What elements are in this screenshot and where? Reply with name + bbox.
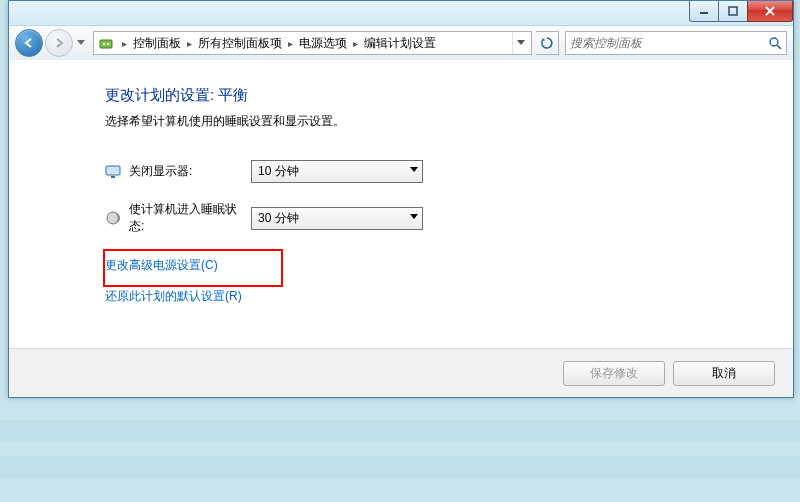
setting-label: 关闭显示器: (129, 163, 251, 180)
display-off-dropdown[interactable]: 10 分钟 (251, 160, 423, 183)
refresh-button[interactable] (536, 31, 559, 55)
svg-point-4 (107, 43, 109, 45)
svg-line-6 (777, 45, 781, 49)
svg-rect-2 (100, 40, 112, 48)
monitor-icon (105, 164, 121, 180)
cancel-button[interactable]: 取消 (673, 361, 775, 386)
breadcrumb-separator: ▸ (284, 38, 297, 49)
arrow-right-icon (53, 37, 65, 49)
control-panel-icon (98, 35, 114, 51)
breadcrumb-separator: ▸ (349, 38, 362, 49)
breadcrumb-item[interactable]: 所有控制面板项 (196, 35, 284, 52)
maximize-icon (728, 6, 738, 16)
svg-rect-1 (729, 7, 737, 15)
page-subtitle: 选择希望计算机使用的睡眠设置和显示设置。 (105, 113, 773, 130)
nav-history-dropdown[interactable] (75, 40, 87, 46)
chevron-down-icon (517, 40, 525, 46)
background-decor (0, 420, 800, 442)
setting-row-sleep: 使计算机进入睡眠状态: 30 分钟 (105, 201, 773, 235)
window-controls (690, 1, 793, 21)
setting-row-display-off: 关闭显示器: 10 分钟 (105, 160, 773, 183)
breadcrumb-separator: ▸ (183, 38, 196, 49)
dropdown-value: 30 分钟 (258, 210, 299, 227)
explorer-window: ▸ 控制面板 ▸ 所有控制面板项 ▸ 电源选项 ▸ 编辑计划设置 更改计划的设置… (8, 0, 794, 398)
svg-point-5 (770, 38, 778, 46)
close-button[interactable] (747, 1, 793, 22)
svg-point-3 (103, 43, 105, 45)
setting-label: 使计算机进入睡眠状态: (129, 201, 251, 235)
page-title: 更改计划的设置: 平衡 (105, 86, 773, 105)
moon-icon (105, 210, 121, 226)
search-input[interactable] (566, 36, 764, 50)
content-area: 更改计划的设置: 平衡 选择希望计算机使用的睡眠设置和显示设置。 关闭显示器: … (9, 60, 793, 397)
refresh-icon (540, 36, 554, 50)
save-button[interactable]: 保存修改 (563, 361, 665, 386)
breadcrumb[interactable]: ▸ 控制面板 ▸ 所有控制面板项 ▸ 电源选项 ▸ 编辑计划设置 (93, 31, 532, 55)
search-icon[interactable] (764, 36, 786, 50)
chevron-down-icon (77, 40, 85, 46)
links-block: 更改高级电源设置(C) 还原此计划的默认设置(R) (105, 257, 773, 305)
dropdown-value: 10 分钟 (258, 163, 299, 180)
chevron-down-icon (410, 167, 418, 173)
restore-defaults-link[interactable]: 还原此计划的默认设置(R) (105, 288, 773, 305)
breadcrumb-separator: ▸ (118, 38, 131, 49)
footer-bar: 保存修改 取消 (9, 348, 793, 397)
maximize-button[interactable] (718, 1, 748, 22)
nav-bar: ▸ 控制面板 ▸ 所有控制面板项 ▸ 电源选项 ▸ 编辑计划设置 (9, 26, 793, 61)
breadcrumb-item[interactable]: 电源选项 (297, 35, 349, 52)
minimize-icon (699, 6, 709, 16)
advanced-power-link[interactable]: 更改高级电源设置(C) (105, 257, 773, 274)
breadcrumb-item[interactable]: 编辑计划设置 (362, 35, 438, 52)
search-box[interactable] (565, 31, 787, 55)
chevron-down-icon (410, 214, 418, 220)
forward-button[interactable] (45, 29, 73, 57)
svg-rect-8 (111, 176, 115, 178)
arrow-left-icon (23, 37, 35, 49)
title-bar (9, 1, 793, 26)
svg-rect-7 (106, 166, 120, 175)
svg-rect-0 (700, 12, 708, 14)
back-button[interactable] (15, 29, 43, 57)
close-icon (764, 6, 776, 16)
minimize-button[interactable] (689, 1, 719, 22)
sleep-dropdown[interactable]: 30 分钟 (251, 207, 423, 230)
breadcrumb-item[interactable]: 控制面板 (131, 35, 183, 52)
background-decor (0, 456, 800, 478)
breadcrumb-dropdown[interactable] (512, 32, 529, 54)
